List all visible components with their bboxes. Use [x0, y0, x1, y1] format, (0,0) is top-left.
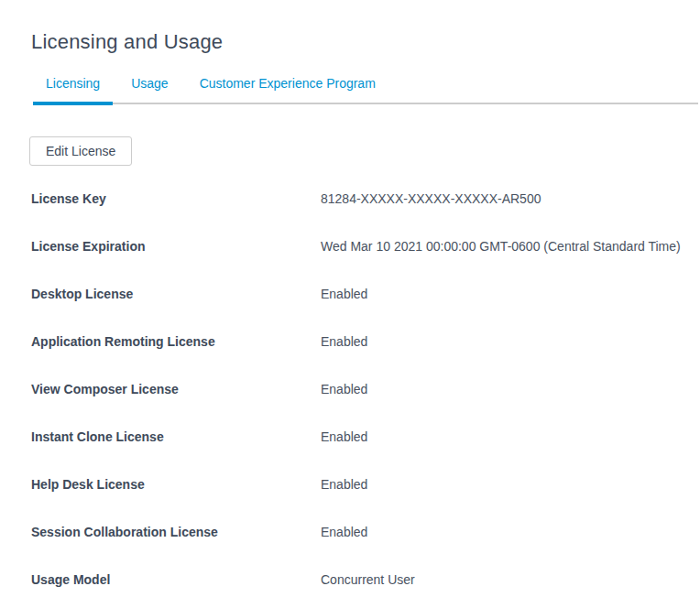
detail-value-view-composer-license: Enabled	[321, 382, 700, 397]
table-row: Help Desk License Enabled	[31, 477, 700, 525]
table-row: View Composer License Enabled	[31, 382, 700, 429]
tab-bar: Licensing Usage Customer Experience Prog…	[33, 76, 698, 104]
license-details: License Key 81284-XXXXX-XXXXX-XXXXX-AR50…	[31, 191, 700, 597]
table-row: License Expiration Wed Mar 10 2021 00:00…	[31, 239, 700, 287]
detail-value-instant-clone-license: Enabled	[321, 429, 700, 445]
table-row: Desktop License Enabled	[31, 287, 700, 334]
page-title: Licensing and Usage	[31, 30, 700, 54]
detail-label-help-desk-license: Help Desk License	[31, 477, 321, 493]
licensing-and-usage-page: Licensing and Usage Licensing Usage Cust…	[0, 30, 700, 597]
table-row: License Key 81284-XXXXX-XXXXX-XXXXX-AR50…	[31, 191, 700, 239]
detail-label-license-key: License Key	[31, 191, 321, 207]
edit-license-button[interactable]: Edit License	[29, 136, 132, 166]
table-row: Application Remoting License Enabled	[31, 334, 700, 382]
tab-usage[interactable]: Usage	[118, 76, 180, 103]
detail-label-application-remoting-license: Application Remoting License	[31, 334, 321, 350]
detail-label-desktop-license: Desktop License	[31, 287, 321, 302]
detail-value-application-remoting-license: Enabled	[321, 334, 700, 350]
detail-label-instant-clone-license: Instant Clone License	[31, 429, 321, 445]
detail-value-session-collaboration-license: Enabled	[321, 525, 700, 540]
tab-licensing[interactable]: Licensing	[33, 76, 113, 103]
detail-value-desktop-license: Enabled	[321, 287, 700, 302]
table-row: Session Collaboration License Enabled	[31, 525, 700, 572]
detail-value-license-key: 81284-XXXXX-XXXXX-XXXXX-AR500	[321, 191, 700, 207]
detail-label-license-expiration: License Expiration	[31, 239, 321, 255]
detail-label-session-collaboration-license: Session Collaboration License	[31, 525, 321, 540]
detail-value-license-expiration: Wed Mar 10 2021 00:00:00 GMT-0600 (Centr…	[321, 239, 700, 255]
detail-label-view-composer-license: View Composer License	[31, 382, 321, 397]
detail-label-usage-model: Usage Model	[31, 572, 321, 588]
tab-customer-experience-program[interactable]: Customer Experience Program	[187, 76, 388, 103]
detail-value-usage-model: Concurrent User	[321, 572, 700, 588]
table-row: Usage Model Concurrent User	[31, 572, 700, 597]
table-row: Instant Clone License Enabled	[31, 429, 700, 477]
detail-value-help-desk-license: Enabled	[321, 477, 700, 493]
